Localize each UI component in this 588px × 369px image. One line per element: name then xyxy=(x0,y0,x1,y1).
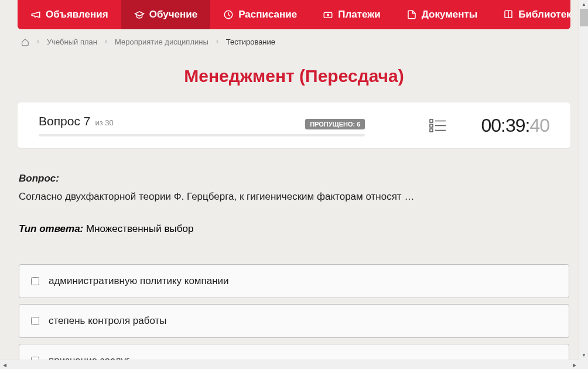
svg-point-2 xyxy=(327,14,329,16)
status-card: Вопрос 7 из 30 ПРОПУЩЕНО: 6 xyxy=(18,102,570,148)
svg-rect-1 xyxy=(324,12,332,18)
page-title: Менеджмент (Пересдача) xyxy=(18,66,570,86)
answer-type-value: Множественный выбор xyxy=(86,223,193,234)
chevron-right-icon xyxy=(214,37,220,46)
answer-checkbox[interactable] xyxy=(31,277,39,285)
question-label: Вопрос: xyxy=(19,173,569,184)
document-icon xyxy=(406,9,417,20)
answer-option-text: степень контроля работы xyxy=(49,315,167,327)
svg-rect-6 xyxy=(430,124,433,127)
scrollbar-corner xyxy=(579,360,588,369)
answer-option[interactable]: степень контроля работы xyxy=(19,304,569,338)
breadcrumb-curriculum[interactable]: Учебный план xyxy=(47,37,97,46)
question-total: из 30 xyxy=(95,118,113,127)
breadcrumb: Учебный план Мероприятие дисциплины Тест… xyxy=(18,29,570,54)
top-nav: Объявления Обучение Расписание Платежи xyxy=(18,0,570,29)
nav-label: Обучение xyxy=(149,9,197,20)
home-icon[interactable] xyxy=(21,38,29,46)
timer-seconds: 40 xyxy=(529,115,549,136)
scroll-right-arrow-icon[interactable]: ▶ xyxy=(570,360,579,369)
scrollbar-vertical[interactable]: ▲ ▼ xyxy=(579,0,588,360)
book-icon xyxy=(503,9,514,20)
nav-documents[interactable]: Документы xyxy=(394,0,491,29)
svg-rect-8 xyxy=(430,129,433,132)
breadcrumb-current: Тестирование xyxy=(226,37,275,46)
answer-option-text: административную политику компании xyxy=(49,275,229,287)
clock-icon xyxy=(223,9,234,20)
nav-education[interactable]: Обучение xyxy=(121,0,210,29)
scrollbar-thumb[interactable] xyxy=(580,9,588,26)
answer-option-text: признание заслуг xyxy=(49,355,129,360)
nav-label: Расписание xyxy=(238,9,297,20)
nav-label: Объявления xyxy=(46,9,108,20)
graduation-cap-icon xyxy=(134,9,145,20)
payment-icon xyxy=(323,9,333,20)
question-text: Согласно двухфакторной теории Ф. Герцбер… xyxy=(19,189,569,204)
progress-bar xyxy=(39,134,365,136)
answer-type-label: Тип ответа: xyxy=(19,223,83,234)
nav-library[interactable]: Библиотека xyxy=(490,0,570,29)
scroll-down-arrow-icon[interactable]: ▼ xyxy=(579,351,588,360)
chevron-right-icon xyxy=(35,37,41,46)
question-list-icon[interactable] xyxy=(429,118,446,132)
skipped-badge: ПРОПУЩЕНО: 6 xyxy=(305,119,365,129)
scroll-up-arrow-icon[interactable]: ▲ xyxy=(579,0,588,9)
nav-label: Документы xyxy=(422,9,478,20)
question-number: Вопрос 7 xyxy=(39,114,90,128)
nav-label: Библиотека xyxy=(518,9,570,20)
timer-main: 00:39: xyxy=(481,115,529,136)
nav-label: Платежи xyxy=(338,9,381,20)
answer-option[interactable]: признание заслуг xyxy=(19,344,569,360)
scrollbar-horizontal[interactable]: ◀ ▶ xyxy=(0,360,579,369)
megaphone-icon xyxy=(30,9,41,20)
breadcrumb-discipline-event[interactable]: Мероприятие дисциплины xyxy=(115,37,208,46)
answer-checkbox[interactable] xyxy=(31,317,39,325)
answer-option[interactable]: административную политику компании xyxy=(19,264,569,298)
nav-announcements[interactable]: Объявления xyxy=(18,0,121,29)
timer: 00:39:40 xyxy=(481,115,549,136)
svg-rect-4 xyxy=(430,119,433,122)
scroll-left-arrow-icon[interactable]: ◀ xyxy=(0,360,9,369)
chevron-right-icon xyxy=(103,37,109,46)
nav-payments[interactable]: Платежи xyxy=(310,0,394,29)
nav-schedule[interactable]: Расписание xyxy=(210,0,310,29)
